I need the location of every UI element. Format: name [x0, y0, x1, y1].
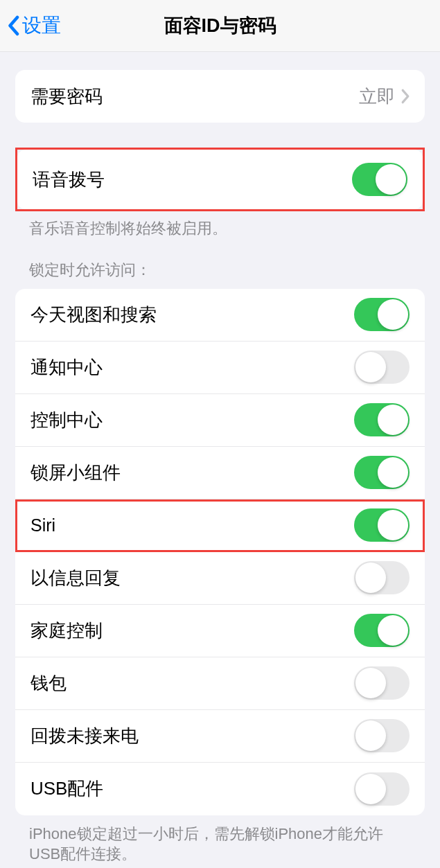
voice-dial-row: 语音拨号 — [17, 150, 423, 209]
toggle-knob — [378, 457, 408, 488]
lock-item-item-6: 家庭控制 — [15, 605, 425, 657]
lock-item-label: 控制中心 — [30, 408, 354, 432]
toggle-knob — [355, 563, 386, 593]
lock-item-item-1: 通知中心 — [15, 342, 425, 394]
chevron-left-icon — [7, 15, 19, 36]
lock-item-usb: USB配件 — [15, 763, 425, 815]
lock-item-toggle-item-5[interactable] — [354, 561, 410, 594]
lock-item-siri: Siri — [15, 499, 425, 552]
require-passcode-row[interactable]: 需要密码 立即 — [15, 70, 425, 123]
lock-item-toggle-usb[interactable] — [354, 772, 410, 806]
lock-item-toggle-item-6[interactable] — [354, 614, 410, 647]
lock-item-item-2: 控制中心 — [15, 394, 425, 447]
lock-section-header: 锁定时允许访问： — [0, 260, 440, 289]
lock-item-toggle-item-7[interactable] — [354, 666, 410, 700]
lock-item-label: 回拨未接来电 — [30, 724, 354, 748]
back-button[interactable]: 设置 — [0, 12, 61, 39]
voice-dial-highlight: 语音拨号 — [15, 148, 425, 211]
toggle-knob — [378, 405, 408, 435]
lock-item-item-3: 锁屏小组件 — [15, 447, 425, 499]
lock-item-toggle-item-8[interactable] — [354, 719, 410, 752]
lock-item-item-7: 钱包 — [15, 657, 425, 710]
lock-item-toggle-item-2[interactable] — [354, 403, 410, 436]
page-title: 面容ID与密码 — [164, 13, 276, 38]
lock-item-label: 通知中心 — [30, 355, 354, 380]
lock-item-toggle-siri[interactable] — [354, 508, 410, 542]
lock-item-item-0: 今天视图和搜索 — [15, 289, 425, 342]
lock-item-item-8: 回拨未接来电 — [15, 710, 425, 763]
toggle-knob — [355, 774, 386, 804]
passcode-group: 需要密码 立即 — [15, 70, 425, 123]
toggle-knob — [355, 668, 386, 698]
toggle-knob — [355, 352, 386, 382]
nav-header: 设置 面容ID与密码 — [0, 0, 440, 52]
toggle-knob — [378, 615, 408, 646]
back-label: 设置 — [22, 12, 61, 39]
require-passcode-value: 立即 — [359, 85, 395, 109]
toggle-knob — [378, 299, 408, 330]
usb-footer: iPhone锁定超过一小时后，需先解锁iPhone才能允许USB配件连接。 — [0, 815, 440, 865]
lock-item-toggle-item-0[interactable] — [354, 298, 410, 331]
lock-item-toggle-item-1[interactable] — [354, 351, 410, 384]
lock-item-toggle-item-3[interactable] — [354, 456, 410, 489]
voice-dial-label: 语音拨号 — [33, 168, 352, 192]
lock-access-group: 今天视图和搜索通知中心控制中心锁屏小组件Siri以信息回复家庭控制钱包回拨未接来… — [15, 289, 425, 815]
toggle-knob — [376, 164, 406, 195]
lock-item-label: USB配件 — [30, 777, 354, 801]
toggle-knob — [355, 720, 386, 751]
lock-item-label: 家庭控制 — [30, 619, 354, 643]
toggle-knob — [378, 510, 408, 540]
lock-item-label: 以信息回复 — [30, 566, 354, 590]
require-passcode-label: 需要密码 — [30, 85, 359, 109]
chevron-right-icon — [401, 89, 410, 104]
lock-item-label: Siri — [30, 515, 354, 535]
voice-dial-toggle[interactable] — [352, 163, 407, 196]
content: 需要密码 立即 语音拨号 音乐语音控制将始终被启用。 锁定时允许访问： 今天视图… — [0, 52, 440, 865]
lock-item-item-5: 以信息回复 — [15, 552, 425, 605]
lock-item-label: 钱包 — [30, 671, 354, 696]
voice-dial-footer: 音乐语音控制将始终被启用。 — [0, 211, 440, 239]
lock-item-label: 今天视图和搜索 — [30, 303, 354, 327]
lock-item-label: 锁屏小组件 — [30, 461, 354, 485]
